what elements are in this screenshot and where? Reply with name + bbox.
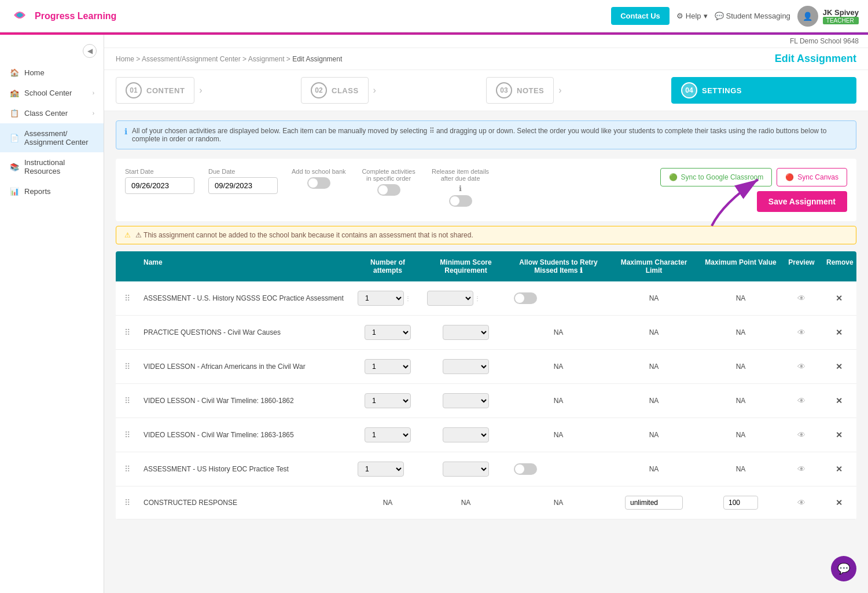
step-notes[interactable]: 03 NOTES › (486, 77, 671, 104)
preview-button[interactable]: 👁 (781, 493, 822, 512)
preview-button[interactable]: 👁 (781, 323, 822, 342)
step-arrow-2: › (373, 85, 376, 96)
remove-button[interactable]: ✕ (822, 289, 856, 308)
help-icon: ⚙ (676, 12, 683, 20)
preview-button[interactable]: 👁 (781, 460, 822, 478)
point-value-input[interactable] (723, 496, 758, 510)
min-score-select[interactable] (443, 427, 489, 442)
add-school-bank-toggle[interactable] (307, 177, 330, 189)
breadcrumb-assessment[interactable]: Assessment/Assignment Center (142, 55, 241, 63)
save-assignment-button[interactable]: Save Assignment (757, 191, 847, 212)
due-date-input[interactable] (208, 177, 278, 194)
step-class-inner[interactable]: 02 CLASS (301, 77, 369, 104)
step-settings-inner[interactable]: 04 SETTINGS (671, 77, 856, 104)
sync-canvas-button[interactable]: 🔴 Sync Canvas (777, 168, 847, 186)
drag-handle[interactable]: ⠿ (116, 391, 139, 410)
drag-handle[interactable]: ⠿ (116, 493, 139, 512)
page-title: Edit Assignment (775, 53, 856, 65)
attempts-cell: 1 (353, 389, 422, 413)
remove-button[interactable]: ✕ (822, 460, 856, 478)
step-arrow-1: › (199, 85, 202, 96)
settings-right: 🟢 Sync to Google Classroom 🔴 Sync Canvas… (660, 168, 847, 212)
remove-button[interactable]: ✕ (822, 493, 856, 512)
drag-handle[interactable]: ⠿ (116, 460, 139, 478)
step-4-label: SETTINGS (702, 86, 742, 95)
sidebar-item-instructional-resources[interactable]: 📚 Instructional Resources (0, 152, 104, 181)
drag-handle[interactable]: ⠿ (116, 323, 139, 342)
dots-icon-2[interactable]: ⋮ (475, 295, 480, 302)
sidebar-item-school-center[interactable]: 🏫 School Center › (0, 83, 104, 103)
remove-button[interactable]: ✕ (822, 357, 856, 376)
sidebar-item-home[interactable]: 🏠 Home (0, 63, 104, 83)
breadcrumb-home[interactable]: Home (116, 55, 134, 63)
student-messaging-link[interactable]: 💬 Student Messaging (715, 12, 790, 20)
min-score-select[interactable] (443, 393, 489, 408)
attempts-cell: 1 (353, 457, 422, 481)
min-score-select[interactable] (443, 325, 489, 340)
attempts-select[interactable]: 1 (365, 427, 411, 442)
dots-icon[interactable]: ⋮ (405, 295, 411, 302)
retry-toggle[interactable] (514, 292, 537, 304)
content-area: FL Demo School 9648 Home > Assessment/As… (104, 35, 868, 593)
preview-button[interactable]: 👁 (781, 426, 822, 444)
retry-toggle[interactable] (514, 463, 537, 475)
drag-handle[interactable]: ⠿ (116, 426, 139, 444)
start-date-input[interactable] (125, 177, 194, 194)
min-score-cell (422, 320, 509, 345)
step-notes-inner[interactable]: 03 NOTES (486, 77, 554, 104)
help-menu[interactable]: ⚙ Help ▾ (676, 12, 708, 20)
preview-button[interactable]: 👁 (781, 357, 822, 376)
sync-google-button[interactable]: 🟢 Sync to Google Classroom (660, 168, 773, 186)
min-score-select[interactable] (443, 462, 489, 477)
sidebar-collapse-button[interactable]: ◀ (83, 44, 97, 58)
min-score-select[interactable] (443, 359, 489, 374)
th-drag (116, 251, 139, 281)
complete-in-order-group: Complete activities in specific order (360, 168, 418, 196)
user-info: JK Spivey TEACHER (823, 8, 859, 24)
step-content[interactable]: 01 CONTENT › (116, 77, 301, 104)
step-1-num: 01 (126, 82, 142, 98)
start-date-label: Start Date (125, 168, 194, 175)
sidebar-item-reports[interactable]: 📊 Reports (0, 181, 104, 202)
settings-fields: Start Date Due Date Add to school bank C… (125, 168, 847, 212)
char-limit-cell: NA (608, 392, 700, 409)
step-content-inner[interactable]: 01 CONTENT (116, 77, 194, 104)
user-role-badge: TEACHER (823, 17, 859, 24)
add-school-bank-label: Add to school bank (292, 168, 346, 175)
release-details-toggle[interactable] (449, 195, 472, 207)
attempts-select[interactable]: 1 (365, 359, 411, 374)
preview-button[interactable]: 👁 (781, 391, 822, 410)
sidebar-item-assessment-center[interactable]: 📄 Assessment/ Assignment Center (0, 123, 104, 152)
attempts-select[interactable]: 1 (365, 325, 411, 340)
attempts-select[interactable]: 1 (358, 462, 404, 477)
attempts-select[interactable]: 1 (365, 393, 411, 408)
contact-us-button[interactable]: Contact Us (611, 7, 670, 25)
sidebar-item-class-center[interactable]: 📋 Class Center › (0, 103, 104, 123)
breadcrumb-assignment[interactable]: Assignment (248, 55, 285, 63)
drag-handle[interactable]: ⠿ (116, 357, 139, 376)
chat-button[interactable]: 💬 (831, 556, 856, 581)
release-details-label: Release item details after due date (432, 168, 490, 182)
attempts-select[interactable]: 123 (358, 291, 404, 306)
table-row: ⠿ VIDEO LESSON - Civil War Timeline: 186… (116, 418, 856, 452)
drag-handle[interactable]: ⠿ (116, 289, 139, 308)
step-class[interactable]: 02 CLASS › (301, 77, 486, 104)
attempts-select-group: 123 ⋮ (358, 291, 418, 306)
top-nav: Progress Learning Contact Us ⚙ Help ▾ 💬 … (0, 0, 868, 32)
top-nav-right: Contact Us ⚙ Help ▾ 💬 Student Messaging … (611, 6, 859, 27)
remove-button[interactable]: ✕ (822, 323, 856, 342)
complete-in-order-toggle[interactable] (377, 184, 400, 196)
step-settings[interactable]: 04 SETTINGS (671, 77, 856, 104)
logo-text: Progress Learning (35, 11, 116, 21)
settings-row: Start Date Due Date Add to school bank C… (116, 159, 856, 221)
remove-button[interactable]: ✕ (822, 426, 856, 444)
retry-cell: NA (509, 494, 608, 511)
retry-info-icon[interactable]: ℹ (580, 266, 583, 274)
char-limit-input[interactable] (625, 496, 683, 510)
preview-button[interactable]: 👁 (781, 289, 822, 308)
min-score-select[interactable] (427, 291, 473, 306)
remove-button[interactable]: ✕ (822, 391, 856, 410)
logo-progress: Progress Learning (35, 11, 116, 21)
release-help-icon[interactable]: ℹ (459, 184, 462, 193)
th-remove: Remove (822, 251, 856, 281)
